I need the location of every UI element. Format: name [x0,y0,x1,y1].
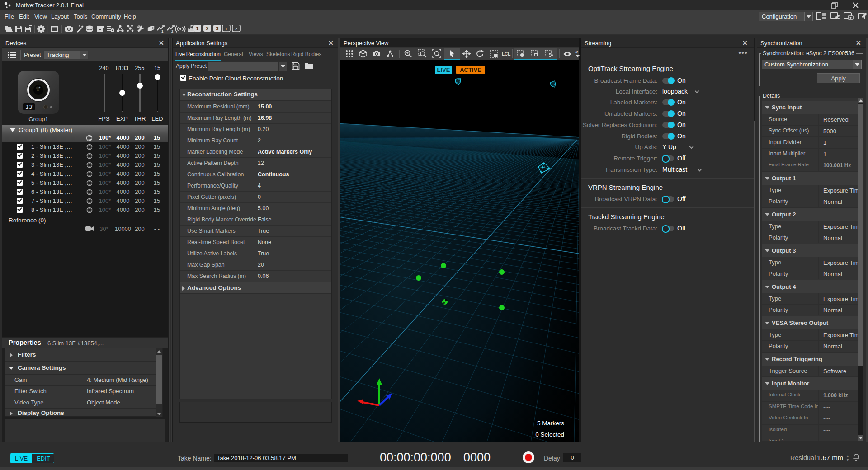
svg-text:1: 1 [225,27,227,31]
svg-text:2: 2 [206,26,209,31]
svg-text:2: 2 [235,27,237,31]
svg-text:2: 2 [171,29,174,33]
svg-text:1: 1 [196,26,199,31]
svg-text:3: 3 [216,26,219,31]
svg-text:13: 13 [26,103,33,110]
svg-text:1: 1 [161,29,164,33]
